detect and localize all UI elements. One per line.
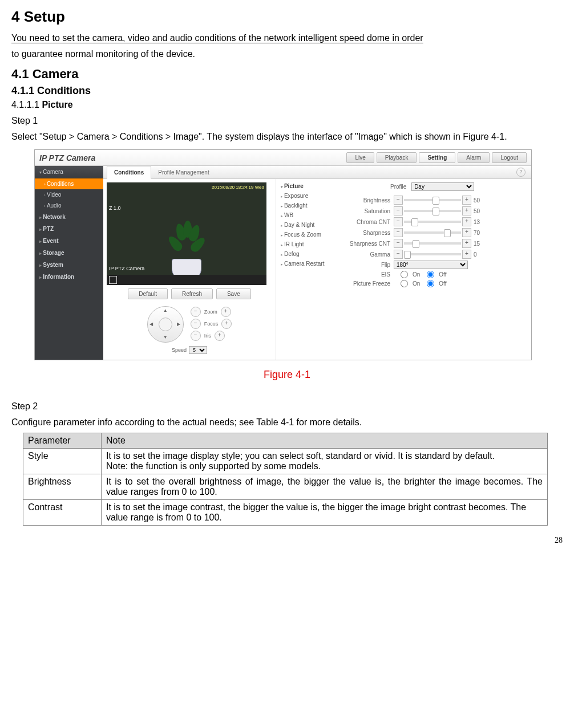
cat-day-night[interactable]: Day & Night <box>276 220 339 230</box>
cat-focus-zoom[interactable]: Focus & Zoom <box>276 230 339 239</box>
freeze-on-label: On <box>413 280 420 287</box>
nav-live[interactable]: Live <box>346 152 374 163</box>
speed-label: Speed <box>172 347 187 353</box>
speed-select[interactable]: 5 <box>189 346 207 354</box>
plus-button[interactable]: + <box>462 206 471 215</box>
sidebar-item-video[interactable]: Video <box>35 189 103 200</box>
tab-conditions[interactable]: Conditions <box>107 166 151 179</box>
flip-select[interactable]: 180° <box>394 261 468 269</box>
minus-button[interactable]: − <box>394 217 403 226</box>
cat-camera-restart[interactable]: Camera Restart <box>276 259 339 269</box>
help-icon[interactable]: ? <box>516 168 526 177</box>
slider-value: 0 <box>474 251 484 258</box>
plus-button[interactable]: + <box>462 196 471 205</box>
slider-track[interactable] <box>404 231 461 234</box>
arrow-down-icon[interactable]: ▼ <box>163 335 168 340</box>
focus-out-button[interactable]: − <box>191 319 201 329</box>
slider-track[interactable] <box>404 253 461 255</box>
cat-ir-light[interactable]: IR Light <box>276 239 339 249</box>
save-button[interactable]: Save <box>216 288 251 299</box>
settings-category-list: Picture Exposure Backlight WB Day & Nigh… <box>276 179 339 360</box>
cell-note: It is to set the overall brightness of i… <box>102 474 548 500</box>
slider-value: 15 <box>474 241 484 247</box>
eis-on-label: On <box>413 271 420 278</box>
step2-label: Step 2 <box>11 400 563 413</box>
freeze-off-label: Off <box>439 280 446 287</box>
zoom-out-button[interactable]: − <box>191 307 201 317</box>
figure-caption: Figure 4-1 <box>11 367 563 383</box>
iris-out-button[interactable]: − <box>191 331 201 341</box>
profile-select[interactable]: Day <box>411 182 474 191</box>
slider-track[interactable] <box>404 221 461 223</box>
eis-off-label: Off <box>439 271 446 278</box>
sidebar-group-storage[interactable]: Storage <box>35 247 103 259</box>
preview-zoom-level: Z 1.0 <box>109 205 121 211</box>
eis-on-radio[interactable] <box>401 271 408 278</box>
nav-playback[interactable]: Playback <box>377 152 417 163</box>
refresh-button[interactable]: Refresh <box>171 288 213 299</box>
sidebar-group-information[interactable]: Information <box>35 271 103 283</box>
plus-button[interactable]: + <box>462 228 471 237</box>
tab-profile-management[interactable]: Profile Management <box>151 166 216 178</box>
plus-button[interactable]: + <box>462 239 471 248</box>
minus-button[interactable]: − <box>394 250 403 259</box>
cat-wb[interactable]: WB <box>276 210 339 220</box>
slider-row-chroma-cnt: Chroma CNT−+13 <box>345 217 526 226</box>
heading-camera: 4.1 Camera <box>11 67 563 82</box>
nav-setting[interactable]: Setting <box>419 152 455 163</box>
slider-label: Chroma CNT <box>345 219 394 225</box>
sidebar-item-conditions[interactable]: Conditions <box>35 178 103 189</box>
intro-line2: to guarantee normal monitoring of the de… <box>11 47 563 61</box>
sidebar-group-network[interactable]: Network <box>35 211 103 223</box>
arrow-left-icon[interactable]: ◀ <box>149 322 153 327</box>
cell-note: It is to set the image display style; yo… <box>102 449 548 474</box>
arrow-up-icon[interactable]: ▲ <box>163 308 168 313</box>
sidebar-group-event[interactable]: Event <box>35 235 103 247</box>
nav-alarm[interactable]: Alarm <box>458 152 490 163</box>
sidebar-head-camera[interactable]: Camera <box>35 166 103 178</box>
cell-parameter: Style <box>23 449 102 474</box>
slider-row-saturation: Saturation−+50 <box>345 206 526 215</box>
page-number: 28 <box>11 536 563 545</box>
ptz-direction-wheel[interactable]: ▲ ▼ ◀ ▶ <box>147 306 183 341</box>
eis-off-radio[interactable] <box>427 271 434 278</box>
slider-label: Saturation <box>345 208 394 214</box>
video-preview: 2015/09/20 18:24:19 Wed Z 1.0 IP PTZ Cam… <box>107 182 266 285</box>
sidebar-group-system[interactable]: System <box>35 259 103 271</box>
cat-exposure[interactable]: Exposure <box>276 191 339 201</box>
freeze-off-radio[interactable] <box>427 280 434 287</box>
nav-logout[interactable]: Logout <box>492 152 527 163</box>
slider-label: Brightness <box>345 197 394 204</box>
plus-button[interactable]: + <box>462 250 471 259</box>
freeze-on-radio[interactable] <box>401 280 408 287</box>
minus-button[interactable]: − <box>394 239 403 248</box>
slider-track[interactable] <box>404 242 461 245</box>
cell-parameter: Contrast <box>23 500 102 526</box>
default-button[interactable]: Default <box>128 288 168 299</box>
heading-picture: 4.1.1.1 Picture <box>11 98 563 112</box>
step2-text: Configure parameter info according to th… <box>11 416 563 429</box>
parameter-table: Parameter Note StyleIt is to set the ima… <box>23 433 548 526</box>
cell-parameter: Brightness <box>23 474 102 500</box>
arrow-right-icon[interactable]: ▶ <box>177 322 180 327</box>
slider-value: 13 <box>474 219 484 225</box>
sidebar-group-ptz[interactable]: PTZ <box>35 223 103 235</box>
minus-button[interactable]: − <box>394 196 403 205</box>
slider-track[interactable] <box>404 210 461 212</box>
plus-button[interactable]: + <box>462 217 471 226</box>
preview-plant-image <box>169 218 204 275</box>
cat-picture[interactable]: Picture <box>276 181 339 191</box>
minus-button[interactable]: − <box>394 206 403 215</box>
cat-backlight[interactable]: Backlight <box>276 201 339 210</box>
minus-button[interactable]: − <box>394 228 403 237</box>
slider-track[interactable] <box>404 199 461 201</box>
iris-in-button[interactable]: + <box>215 331 225 341</box>
step1-label: Step 1 <box>11 114 563 128</box>
table-row: ContrastIt is to set the image contrast,… <box>23 500 548 526</box>
zoom-in-button[interactable]: + <box>221 307 231 317</box>
preview-watermark: IP PTZ Camera <box>109 266 144 271</box>
focus-in-button[interactable]: + <box>221 319 232 329</box>
sidebar-item-audio[interactable]: Audio <box>35 200 103 211</box>
fullscreen-icon[interactable] <box>109 276 117 284</box>
cat-defog[interactable]: Defog <box>276 249 339 259</box>
